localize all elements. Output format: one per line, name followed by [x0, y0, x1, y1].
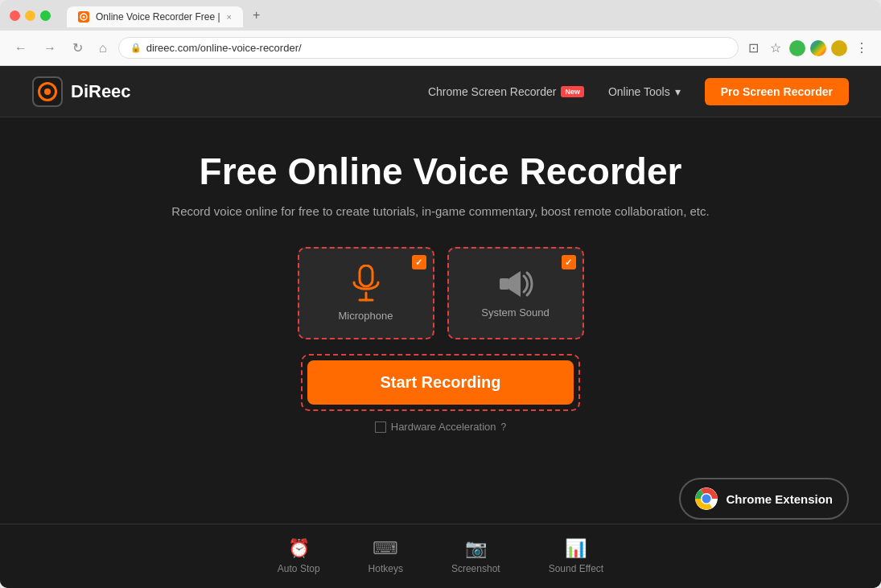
chrome-extension-button[interactable]: Chrome Extension: [679, 478, 849, 520]
profile-avatar[interactable]: [789, 40, 805, 56]
sound-effect-item[interactable]: 📊 Sound Effect: [549, 538, 604, 574]
system-sound-checkbox[interactable]: ✓: [562, 255, 576, 269]
screenshot-label: Screenshot: [451, 563, 500, 574]
logo-ring: [38, 82, 57, 101]
help-icon[interactable]: ?: [501, 421, 507, 433]
online-tools-link[interactable]: Online Tools ▾: [608, 85, 681, 98]
minimize-button[interactable]: [25, 10, 35, 21]
start-recording-button[interactable]: Start Recording: [307, 360, 573, 405]
logo-dot: [44, 88, 51, 95]
forward-button[interactable]: →: [39, 38, 61, 59]
site-nav: DiReec Chrome Screen Recorder New Online…: [0, 66, 881, 117]
auto-stop-item[interactable]: ⏰ Auto Stop: [278, 538, 320, 574]
chrome-logo: [695, 487, 718, 510]
hardware-acceleration-checkbox[interactable]: [375, 421, 386, 433]
new-badge: New: [561, 86, 584, 97]
hero-subtitle: Record voice online for free to create t…: [171, 204, 709, 218]
new-tab-button[interactable]: +: [245, 3, 268, 27]
hotkeys-label: Hotkeys: [368, 563, 403, 574]
active-tab[interactable]: Online Voice Recorder Free | ×: [67, 6, 243, 27]
main-content: Free Online Voice Recorder Record voice …: [0, 117, 881, 449]
maximize-button[interactable]: [40, 10, 51, 21]
reload-button[interactable]: ↻: [68, 37, 88, 59]
browser-toolbar-icons: ⊡ ☆ ⋮: [745, 37, 871, 59]
svg-point-10: [702, 495, 711, 504]
hardware-acceleration-row: Hardware Acceleration ?: [375, 421, 506, 433]
bottom-toolbar: ⏰ Auto Stop ⌨ Hotkeys 📷 Screenshot 📊 Sou…: [0, 524, 881, 588]
page-title: Free Online Voice Recorder: [200, 150, 682, 193]
microphone-label: Microphone: [339, 310, 393, 322]
sound-effect-label: Sound Effect: [549, 563, 604, 574]
svg-rect-5: [500, 278, 509, 290]
chrome-screen-recorder-link[interactable]: Chrome Screen Recorder New: [428, 85, 584, 98]
logo-text: DiReec: [71, 81, 131, 102]
title-bar: Online Voice Recorder Free | × +: [0, 0, 881, 31]
website-content: DiReec Chrome Screen Recorder New Online…: [0, 66, 881, 588]
auto-stop-label: Auto Stop: [278, 563, 320, 574]
menu-icon[interactable]: ⋮: [852, 37, 871, 59]
svg-marker-6: [509, 271, 521, 297]
browser-frame: Online Voice Recorder Free | × + ← → ↻ ⌂…: [0, 0, 881, 588]
start-recording-wrapper: Start Recording: [301, 354, 579, 411]
sound-effect-icon: 📊: [565, 538, 587, 559]
system-sound-card[interactable]: ✓ System Sound: [447, 247, 584, 339]
close-button[interactable]: [10, 10, 20, 21]
logo-area: DiReec: [32, 76, 131, 107]
tab-area: Online Voice Recorder Free | × +: [67, 3, 871, 27]
extensions-icon[interactable]: [810, 40, 826, 56]
traffic-lights: [10, 10, 51, 21]
recording-options: ✓ Microphone ✓: [298, 247, 584, 339]
url-text: direec.com/online-voice-recorder/: [146, 42, 302, 54]
home-button[interactable]: ⌂: [94, 38, 112, 59]
svg-rect-2: [360, 265, 373, 286]
hotkeys-item[interactable]: ⌨ Hotkeys: [368, 538, 403, 574]
microphone-card[interactable]: ✓ Microphone: [298, 247, 434, 339]
screenshot-icon: 📷: [465, 538, 487, 559]
logo-icon: [32, 76, 63, 107]
hotkeys-icon: ⌨: [373, 538, 398, 559]
cast-icon[interactable]: ⊡: [745, 37, 762, 59]
svg-point-1: [83, 16, 85, 19]
hardware-acceleration-label: Hardware Acceleration: [391, 421, 496, 433]
url-bar[interactable]: 🔒 direec.com/online-voice-recorder/: [118, 37, 739, 59]
system-sound-icon: [498, 268, 533, 300]
screenshot-item[interactable]: 📷 Screenshot: [451, 538, 500, 574]
chrome-extension-label: Chrome Extension: [726, 492, 833, 506]
bookmark-icon[interactable]: ☆: [767, 37, 784, 59]
pro-screen-recorder-button[interactable]: Pro Screen Recorder: [705, 78, 849, 105]
auto-stop-icon: ⏰: [288, 538, 310, 559]
system-sound-label: System Sound: [481, 306, 550, 319]
lock-icon: 🔒: [130, 43, 142, 53]
microphone-checkbox[interactable]: ✓: [412, 255, 426, 269]
profile-yellow[interactable]: [831, 40, 847, 56]
nav-links: Chrome Screen Recorder New Online Tools …: [428, 78, 849, 105]
back-button[interactable]: ←: [10, 38, 32, 59]
tab-favicon: [78, 11, 89, 23]
tab-close-button[interactable]: ×: [227, 12, 232, 22]
address-bar: ← → ↻ ⌂ 🔒 direec.com/online-voice-record…: [0, 31, 881, 66]
microphone-icon: [351, 265, 381, 303]
tab-title: Online Voice Recorder Free |: [96, 11, 220, 23]
